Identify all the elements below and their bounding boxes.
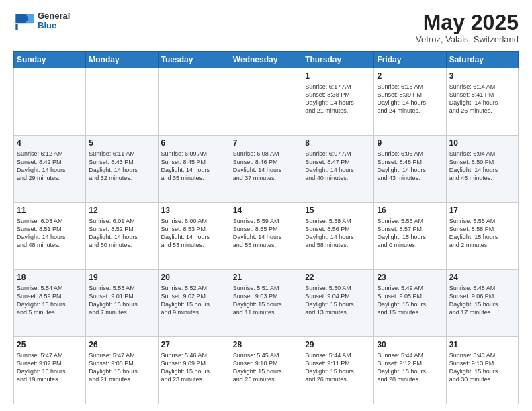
logo-blue-text: Blue bbox=[38, 21, 70, 30]
day-info: Sunrise: 6:12 AM Sunset: 8:42 PM Dayligh… bbox=[17, 150, 83, 183]
day-info: Sunrise: 5:54 AM Sunset: 8:59 PM Dayligh… bbox=[17, 284, 83, 317]
day-number: 23 bbox=[377, 272, 443, 283]
day-info: Sunrise: 5:50 AM Sunset: 9:04 PM Dayligh… bbox=[305, 284, 371, 317]
calendar-cell: 14Sunrise: 5:59 AM Sunset: 8:55 PM Dayli… bbox=[230, 203, 302, 270]
logo-icon bbox=[13, 11, 34, 31]
day-number: 10 bbox=[449, 138, 515, 149]
day-info: Sunrise: 6:01 AM Sunset: 8:52 PM Dayligh… bbox=[89, 217, 154, 250]
calendar-cell: 11Sunrise: 6:03 AM Sunset: 8:51 PM Dayli… bbox=[14, 203, 86, 270]
day-info: Sunrise: 5:59 AM Sunset: 8:55 PM Dayligh… bbox=[233, 217, 299, 250]
day-number: 2 bbox=[377, 71, 443, 82]
calendar-cell: 6Sunrise: 6:09 AM Sunset: 8:45 PM Daylig… bbox=[158, 136, 230, 203]
calendar-cell: 8Sunrise: 6:07 AM Sunset: 8:47 PM Daylig… bbox=[302, 136, 374, 203]
day-number: 3 bbox=[449, 71, 515, 82]
day-info: Sunrise: 6:15 AM Sunset: 8:39 PM Dayligh… bbox=[377, 83, 443, 116]
day-info: Sunrise: 5:43 AM Sunset: 9:13 PM Dayligh… bbox=[449, 351, 515, 384]
calendar-cell: 7Sunrise: 6:08 AM Sunset: 8:46 PM Daylig… bbox=[230, 136, 302, 203]
title-block: May 2025 Vetroz, Valais, Switzerland bbox=[416, 11, 519, 44]
calendar-cell bbox=[230, 68, 302, 136]
day-number: 7 bbox=[233, 138, 299, 149]
calendar-cell: 12Sunrise: 6:01 AM Sunset: 8:52 PM Dayli… bbox=[86, 203, 158, 270]
calendar-week-4: 18Sunrise: 5:54 AM Sunset: 8:59 PM Dayli… bbox=[14, 270, 519, 337]
day-number: 30 bbox=[377, 339, 443, 351]
day-info: Sunrise: 5:44 AM Sunset: 9:12 PM Dayligh… bbox=[377, 351, 443, 384]
day-info: Sunrise: 6:03 AM Sunset: 8:51 PM Dayligh… bbox=[17, 217, 83, 250]
calendar-cell: 18Sunrise: 5:54 AM Sunset: 8:59 PM Dayli… bbox=[14, 270, 86, 337]
calendar-cell: 19Sunrise: 5:53 AM Sunset: 9:01 PM Dayli… bbox=[86, 270, 158, 337]
calendar-cell: 5Sunrise: 6:11 AM Sunset: 8:43 PM Daylig… bbox=[86, 136, 158, 203]
day-info: Sunrise: 5:44 AM Sunset: 9:11 PM Dayligh… bbox=[305, 351, 371, 384]
page: General Blue May 2025 Vetroz, Valais, Sw… bbox=[0, 0, 532, 411]
month-year: May 2025 bbox=[416, 11, 519, 34]
day-number: 18 bbox=[17, 272, 83, 283]
calendar-cell: 25Sunrise: 5:47 AM Sunset: 9:07 PM Dayli… bbox=[14, 337, 86, 404]
day-info: Sunrise: 6:09 AM Sunset: 8:45 PM Dayligh… bbox=[161, 150, 227, 183]
day-info: Sunrise: 5:47 AM Sunset: 9:08 PM Dayligh… bbox=[89, 351, 154, 384]
day-info: Sunrise: 5:45 AM Sunset: 9:10 PM Dayligh… bbox=[233, 351, 299, 384]
day-number: 16 bbox=[377, 205, 443, 216]
logo-general-text: General bbox=[38, 11, 70, 21]
day-number: 28 bbox=[233, 339, 299, 351]
calendar-week-2: 4Sunrise: 6:12 AM Sunset: 8:42 PM Daylig… bbox=[14, 136, 519, 203]
day-number: 31 bbox=[449, 339, 515, 351]
day-number: 14 bbox=[233, 205, 299, 216]
day-number: 17 bbox=[449, 205, 515, 216]
day-info: Sunrise: 5:51 AM Sunset: 9:03 PM Dayligh… bbox=[233, 284, 299, 317]
calendar-cell: 30Sunrise: 5:44 AM Sunset: 9:12 PM Dayli… bbox=[374, 337, 446, 404]
day-number: 22 bbox=[305, 272, 371, 283]
day-number: 9 bbox=[377, 138, 443, 149]
day-info: Sunrise: 5:53 AM Sunset: 9:01 PM Dayligh… bbox=[89, 284, 154, 317]
calendar-cell: 13Sunrise: 6:00 AM Sunset: 8:53 PM Dayli… bbox=[158, 203, 230, 270]
day-info: Sunrise: 5:46 AM Sunset: 9:09 PM Dayligh… bbox=[161, 351, 227, 384]
calendar-cell: 29Sunrise: 5:44 AM Sunset: 9:11 PM Dayli… bbox=[302, 337, 374, 404]
weekday-header-tuesday: Tuesday bbox=[158, 52, 230, 68]
day-info: Sunrise: 5:49 AM Sunset: 9:05 PM Dayligh… bbox=[377, 284, 443, 317]
day-info: Sunrise: 6:04 AM Sunset: 8:50 PM Dayligh… bbox=[449, 150, 515, 183]
day-info: Sunrise: 5:52 AM Sunset: 9:02 PM Dayligh… bbox=[161, 284, 227, 317]
day-number: 29 bbox=[305, 339, 371, 351]
day-number: 4 bbox=[17, 138, 83, 149]
day-number: 24 bbox=[449, 272, 515, 283]
location: Vetroz, Valais, Switzerland bbox=[416, 34, 519, 44]
calendar-cell: 16Sunrise: 5:56 AM Sunset: 8:57 PM Dayli… bbox=[374, 203, 446, 270]
weekday-header-thursday: Thursday bbox=[302, 52, 374, 68]
logo: General Blue bbox=[13, 11, 70, 31]
svg-rect-2 bbox=[15, 24, 17, 30]
calendar-cell: 24Sunrise: 5:48 AM Sunset: 9:06 PM Dayli… bbox=[446, 270, 518, 337]
calendar-cell: 17Sunrise: 5:55 AM Sunset: 8:58 PM Dayli… bbox=[446, 203, 518, 270]
day-number: 12 bbox=[89, 205, 154, 216]
calendar-cell: 21Sunrise: 5:51 AM Sunset: 9:03 PM Dayli… bbox=[230, 270, 302, 337]
logo-text: General Blue bbox=[38, 11, 70, 31]
weekday-header-monday: Monday bbox=[86, 52, 158, 68]
calendar-cell: 15Sunrise: 5:58 AM Sunset: 8:56 PM Dayli… bbox=[302, 203, 374, 270]
calendar-cell: 27Sunrise: 5:46 AM Sunset: 9:09 PM Dayli… bbox=[158, 337, 230, 404]
calendar-table: SundayMondayTuesdayWednesdayThursdayFrid… bbox=[13, 51, 519, 404]
day-number: 21 bbox=[233, 272, 299, 283]
calendar-cell bbox=[158, 68, 230, 136]
day-info: Sunrise: 5:58 AM Sunset: 8:56 PM Dayligh… bbox=[305, 217, 371, 250]
calendar-cell: 2Sunrise: 6:15 AM Sunset: 8:39 PM Daylig… bbox=[374, 68, 446, 136]
day-number: 1 bbox=[305, 71, 371, 82]
day-number: 6 bbox=[161, 138, 227, 149]
calendar-week-5: 25Sunrise: 5:47 AM Sunset: 9:07 PM Dayli… bbox=[14, 337, 519, 404]
calendar-cell: 31Sunrise: 5:43 AM Sunset: 9:13 PM Dayli… bbox=[446, 337, 518, 404]
weekday-header-friday: Friday bbox=[374, 52, 446, 68]
calendar-week-1: 1Sunrise: 6:17 AM Sunset: 8:38 PM Daylig… bbox=[14, 68, 519, 136]
calendar-cell: 26Sunrise: 5:47 AM Sunset: 9:08 PM Dayli… bbox=[86, 337, 158, 404]
calendar-cell: 28Sunrise: 5:45 AM Sunset: 9:10 PM Dayli… bbox=[230, 337, 302, 404]
day-info: Sunrise: 5:47 AM Sunset: 9:07 PM Dayligh… bbox=[17, 351, 83, 384]
header: General Blue May 2025 Vetroz, Valais, Sw… bbox=[13, 11, 519, 44]
calendar-cell: 23Sunrise: 5:49 AM Sunset: 9:05 PM Dayli… bbox=[374, 270, 446, 337]
day-number: 8 bbox=[305, 138, 371, 149]
day-info: Sunrise: 6:00 AM Sunset: 8:53 PM Dayligh… bbox=[161, 217, 227, 250]
calendar-week-3: 11Sunrise: 6:03 AM Sunset: 8:51 PM Dayli… bbox=[14, 203, 519, 270]
day-info: Sunrise: 5:56 AM Sunset: 8:57 PM Dayligh… bbox=[377, 217, 443, 250]
day-number: 11 bbox=[17, 205, 83, 216]
calendar-cell: 20Sunrise: 5:52 AM Sunset: 9:02 PM Dayli… bbox=[158, 270, 230, 337]
weekday-header-sunday: Sunday bbox=[14, 52, 86, 68]
day-number: 25 bbox=[17, 339, 83, 351]
day-number: 20 bbox=[161, 272, 227, 283]
calendar-cell: 1Sunrise: 6:17 AM Sunset: 8:38 PM Daylig… bbox=[302, 68, 374, 136]
day-number: 19 bbox=[89, 272, 154, 283]
calendar-header-row: SundayMondayTuesdayWednesdayThursdayFrid… bbox=[14, 52, 519, 68]
